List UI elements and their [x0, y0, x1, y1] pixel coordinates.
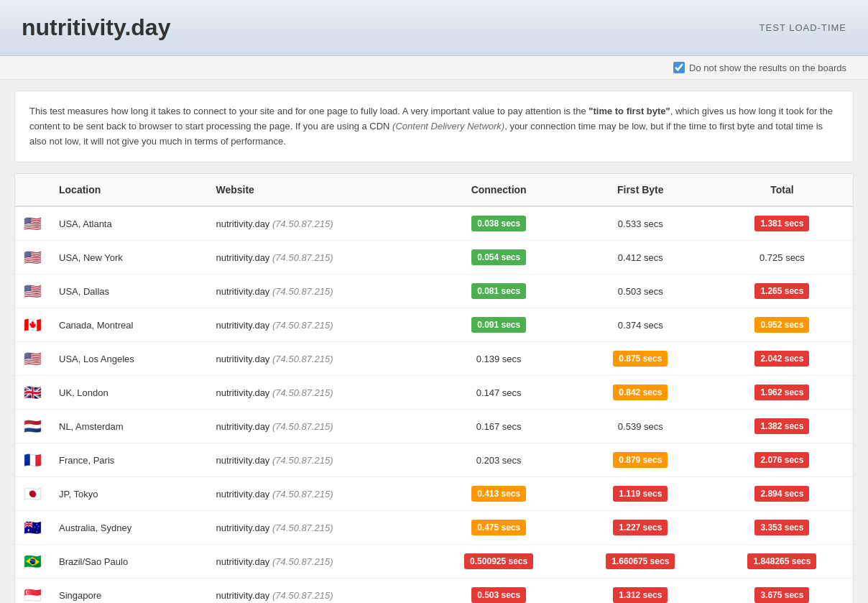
- first-byte-badge: 1.227 secs: [613, 520, 668, 535]
- results-checkbox[interactable]: [673, 62, 685, 73]
- website-name: nutritivity.day: [216, 218, 269, 229]
- website-cell: nutritivity.day (74.50.87.215): [207, 545, 428, 579]
- first-byte-cell: 1.312 secs: [570, 579, 711, 603]
- total-cell: 1.381 secs: [711, 206, 853, 241]
- total-cell: 1.848265 secs: [711, 545, 853, 579]
- website-cell: nutritivity.day (74.50.87.215): [207, 511, 428, 545]
- flag-icon: 🇬🇧: [24, 384, 42, 401]
- checkbox-label[interactable]: Do not show the results on the boards: [673, 62, 846, 73]
- total-badge: 1.382 secs: [754, 418, 809, 434]
- website-name: nutritivity.day: [216, 455, 269, 466]
- website-cell: nutritivity.day (74.50.87.215): [207, 477, 428, 511]
- connection-cell: 0.413 secs: [428, 477, 570, 511]
- website-ip: (74.50.87.215): [272, 387, 333, 398]
- info-italic: (Content Delivery Network): [392, 121, 504, 132]
- results-table: Location Website Connection First Byte T…: [15, 174, 853, 603]
- flag-cell: 🇺🇸: [15, 206, 50, 241]
- total-cell: 2.894 secs: [711, 477, 853, 511]
- table-row: 🇧🇷Brazil/Sao Paulonutritivity.day (74.50…: [15, 545, 853, 579]
- website-name: nutritivity.day: [216, 286, 269, 297]
- flag-cell: 🇺🇸: [15, 342, 50, 376]
- table-row: 🇬🇧UK, Londonnutritivity.day (74.50.87.21…: [15, 376, 853, 410]
- connection-badge: 0.054 secs: [471, 249, 526, 265]
- total-badge: 2.076 secs: [754, 452, 809, 468]
- website-ip: (74.50.87.215): [272, 218, 333, 229]
- first-byte-cell: 1.660675 secs: [570, 545, 711, 579]
- table-row: 🇫🇷France, Parisnutritivity.day (74.50.87…: [15, 443, 853, 477]
- flag-cell: 🇸🇬: [15, 579, 50, 603]
- table-row: 🇨🇦Canada, Montrealnutritivity.day (74.50…: [15, 308, 853, 342]
- location-cell: USA, Los Angeles: [50, 342, 207, 376]
- website-cell: nutritivity.day (74.50.87.215): [207, 308, 428, 342]
- checkbox-text: Do not show the results on the boards: [689, 63, 846, 73]
- website-name: nutritivity.day: [216, 590, 269, 601]
- total-badge: 1.381 secs: [754, 216, 809, 231]
- connection-cell: 0.091 secs: [428, 308, 570, 342]
- first-byte-cell: 0.374 secs: [570, 308, 711, 342]
- website-ip: (74.50.87.215): [272, 523, 333, 533]
- table-row: 🇺🇸USA, Atlantanutritivity.day (74.50.87.…: [15, 206, 853, 241]
- total-cell: 0.952 secs: [711, 308, 853, 342]
- total-badge: 1.265 secs: [754, 283, 809, 299]
- first-byte-cell: 1.227 secs: [570, 511, 711, 545]
- total-cell: 2.042 secs: [711, 342, 853, 376]
- location-cell: Canada, Montreal: [50, 308, 207, 342]
- connection-badge: 0.081 secs: [471, 283, 526, 299]
- table-row: 🇸🇬Singaporenutritivity.day (74.50.87.215…: [15, 579, 853, 603]
- location-cell: NL, Amsterdam: [50, 410, 207, 443]
- options-bar: Do not show the results on the boards: [0, 56, 868, 80]
- flag-icon: 🇺🇸: [24, 282, 42, 300]
- first-byte-cell: 0.842 secs: [570, 376, 711, 410]
- flag-icon: 🇨🇦: [24, 316, 42, 333]
- flag-icon: 🇺🇸: [24, 249, 42, 266]
- flag-cell: 🇨🇦: [15, 308, 50, 342]
- website-name: nutritivity.day: [216, 523, 269, 533]
- table-row: 🇦🇺Australia, Sydneynutritivity.day (74.5…: [15, 511, 853, 545]
- col-total: Total: [711, 174, 853, 206]
- info-text-before: This test measures how long it takes to …: [29, 106, 588, 116]
- website-ip: (74.50.87.215): [272, 489, 333, 500]
- table-row: 🇯🇵JP, Tokyonutritivity.day (74.50.87.215…: [15, 477, 853, 511]
- first-byte-cell: 0.503 secs: [570, 275, 711, 308]
- connection-cell: 0.038 secs: [428, 206, 570, 241]
- table-container: Location Website Connection First Byte T…: [14, 173, 854, 603]
- first-byte-cell: 0.875 secs: [570, 342, 711, 376]
- connection-badge: 0.413 secs: [471, 486, 526, 502]
- flag-cell: 🇳🇱: [15, 410, 50, 443]
- total-badge: 1.962 secs: [754, 385, 809, 400]
- website-cell: nutritivity.day (74.50.87.215): [207, 275, 428, 308]
- flag-cell: 🇬🇧: [15, 376, 50, 410]
- first-byte-cell: 0.539 secs: [570, 410, 711, 443]
- website-cell: nutritivity.day (74.50.87.215): [207, 206, 428, 241]
- col-flag: [15, 174, 50, 206]
- info-bold: "time to first byte": [588, 106, 670, 116]
- flag-icon: 🇦🇺: [24, 519, 42, 536]
- table-row: 🇺🇸USA, Los Angelesnutritivity.day (74.50…: [15, 342, 853, 376]
- website-cell: nutritivity.day (74.50.87.215): [207, 342, 428, 376]
- flag-icon: 🇺🇸: [24, 350, 42, 367]
- test-link[interactable]: TEST LOAD-TIME: [760, 22, 846, 33]
- website-ip: (74.50.87.215): [272, 455, 333, 466]
- flag-cell: 🇺🇸: [15, 241, 50, 275]
- location-cell: Brazil/Sao Paulo: [50, 545, 207, 579]
- website-name: nutritivity.day: [216, 421, 269, 432]
- connection-badge: 0.091 secs: [471, 317, 526, 333]
- website-cell: nutritivity.day (74.50.87.215): [207, 443, 428, 477]
- website-cell: nutritivity.day (74.50.87.215): [207, 410, 428, 443]
- total-badge: 0.952 secs: [754, 317, 809, 333]
- flag-icon: 🇧🇷: [24, 553, 42, 570]
- total-badge: 2.042 secs: [754, 351, 809, 367]
- website-cell: nutritivity.day (74.50.87.215): [207, 376, 428, 410]
- connection-cell: 0.081 secs: [428, 275, 570, 308]
- first-byte-cell: 0.879 secs: [570, 443, 711, 477]
- total-cell: 0.725 secs: [711, 241, 853, 275]
- table-row: 🇳🇱NL, Amsterdamnutritivity.day (74.50.87…: [15, 410, 853, 443]
- website-name: nutritivity.day: [216, 387, 269, 398]
- location-cell: USA, Dallas: [50, 275, 207, 308]
- total-cell: 3.353 secs: [711, 511, 853, 545]
- connection-cell: 0.147 secs: [428, 376, 570, 410]
- first-byte-badge: 1.660675 secs: [606, 553, 675, 569]
- total-badge: 1.848265 secs: [747, 553, 816, 569]
- flag-cell: 🇯🇵: [15, 477, 50, 511]
- website-cell: nutritivity.day (74.50.87.215): [207, 579, 428, 603]
